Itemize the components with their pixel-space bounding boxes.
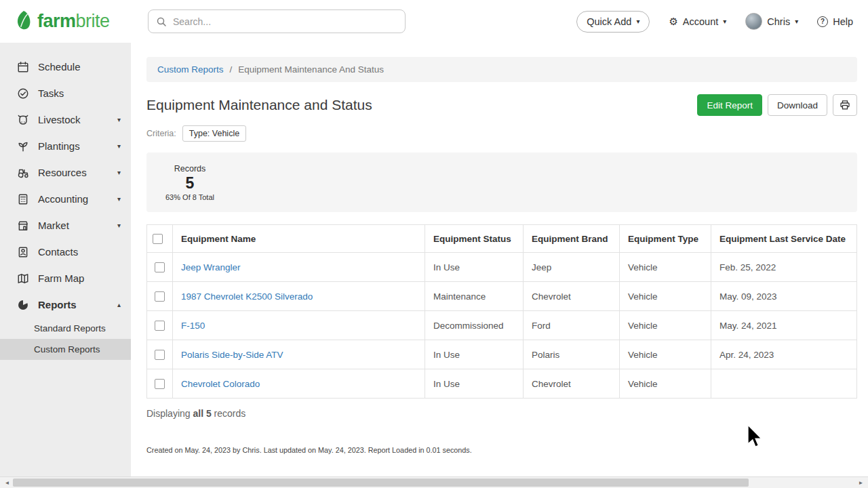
select-all-checkbox[interactable] xyxy=(153,234,163,244)
gear-icon: ⚙ xyxy=(669,16,677,26)
sidebar-item-market[interactable]: Market ▾ xyxy=(0,212,131,239)
equipment-last-service-cell: May. 24, 2021 xyxy=(711,311,857,340)
row-checkbox[interactable] xyxy=(155,350,165,360)
download-button[interactable]: Download xyxy=(768,94,827,116)
sidebar-item-label: Schedule xyxy=(38,61,121,73)
table-row: Chevrolet ColoradoIn UseChevroletVehicle xyxy=(147,369,857,399)
equipment-last-service-cell: May. 09, 2023 xyxy=(711,282,857,311)
criteria-chip[interactable]: Type: Vehicle xyxy=(182,125,246,142)
breadcrumb-separator: / xyxy=(230,64,233,75)
logo-text: farmbrite xyxy=(37,12,110,30)
column-header-equipment-type: Equipment Type xyxy=(620,225,711,253)
equipment-name-link[interactable]: Jeep Wrangler xyxy=(181,262,241,272)
stats-panel: Records 5 63% Of 8 Total xyxy=(146,152,857,212)
equipment-status-cell: In Use xyxy=(425,340,524,369)
sidebar-item-label: Plantings xyxy=(38,140,108,152)
equipment-name-link[interactable]: Polaris Side-by-Side ATV xyxy=(181,350,283,360)
avatar xyxy=(745,13,762,30)
sidebar-item-accounting[interactable]: Accounting ▾ xyxy=(0,186,131,212)
sidebar: Schedule Tasks Livestock ▾ Plantings ▾ R… xyxy=(0,43,131,476)
account-menu[interactable]: ⚙ Account ▾ xyxy=(669,16,726,27)
equipment-brand-cell: Chevrolet xyxy=(524,282,620,311)
records-percent: 63% Of 8 Total xyxy=(165,193,214,201)
equipment-name-cell: 1987 Chevrolet K2500 Silverado xyxy=(173,282,425,311)
column-header-last-service-date: Equipment Last Service Date xyxy=(711,225,857,253)
summary-prefix: Displaying xyxy=(146,408,193,419)
sidebar-item-resources[interactable]: Resources ▾ xyxy=(0,159,131,186)
sidebar-item-reports[interactable]: Reports ▴ xyxy=(0,291,131,318)
sidebar-subitem-label: Custom Reports xyxy=(34,344,100,354)
equipment-brand-cell: Ford xyxy=(524,311,620,340)
sidebar-item-farm-map[interactable]: Farm Map xyxy=(0,265,131,291)
row-checkbox[interactable] xyxy=(155,379,165,389)
search-input[interactable] xyxy=(148,9,406,33)
sidebar-item-label: Resources xyxy=(38,167,108,178)
scrollbar-thumb[interactable] xyxy=(13,479,749,487)
scroll-left-arrow-icon[interactable]: ◄ xyxy=(1,477,13,488)
equipment-type-cell: Vehicle xyxy=(620,369,711,399)
equipment-last-service-cell xyxy=(711,369,857,399)
farmbrite-logo[interactable]: farmbrite xyxy=(0,9,131,34)
print-button[interactable] xyxy=(833,94,857,116)
equipment-last-service-cell: Apr. 24, 2023 xyxy=(711,340,857,369)
equipment-name-cell: Polaris Side-by-Side ATV xyxy=(173,340,425,369)
equipment-type-cell: Vehicle xyxy=(620,340,711,369)
search-box xyxy=(148,9,406,33)
quick-add-label: Quick Add xyxy=(587,16,631,27)
user-menu[interactable]: Chris ▾ xyxy=(745,13,798,30)
breadcrumb-parent-link[interactable]: Custom Reports xyxy=(157,64,224,75)
chevron-down-icon: ▾ xyxy=(117,169,121,176)
edit-report-button[interactable]: Edit Report xyxy=(697,94,762,116)
row-checkbox[interactable] xyxy=(155,262,165,272)
horizontal-scrollbar[interactable]: ◄ ► xyxy=(0,476,868,488)
chevron-down-icon: ▾ xyxy=(636,18,639,25)
report-table: Equipment Name Equipment Status Equipmen… xyxy=(146,224,857,399)
chevron-down-icon: ▾ xyxy=(117,142,121,150)
sidebar-item-label: Reports xyxy=(38,299,108,310)
account-label: Account xyxy=(683,16,718,27)
cow-icon xyxy=(17,114,29,126)
summary-suffix: records xyxy=(212,408,246,419)
help-menu[interactable]: ? Help xyxy=(817,16,853,27)
equipment-status-cell: In Use xyxy=(425,369,524,399)
sidebar-item-custom-reports[interactable]: Custom Reports xyxy=(0,339,131,360)
equipment-name-link[interactable]: Chevrolet Colorado xyxy=(181,379,260,389)
sidebar-item-tasks[interactable]: Tasks xyxy=(0,80,131,106)
records-count: 5 xyxy=(186,174,195,192)
table-header: Equipment Name Equipment Status Equipmen… xyxy=(147,225,857,253)
criteria-row: Criteria: Type: Vehicle xyxy=(146,125,857,142)
sidebar-item-schedule[interactable]: Schedule xyxy=(0,54,131,80)
row-checkbox[interactable] xyxy=(155,291,165,302)
table-row: Polaris Side-by-Side ATVIn UsePolarisVeh… xyxy=(147,340,857,369)
equipment-brand-cell: Polaris xyxy=(524,340,620,369)
sidebar-item-contacts[interactable]: Contacts xyxy=(0,239,131,265)
sidebar-item-livestock[interactable]: Livestock ▾ xyxy=(0,106,131,133)
equipment-name-link[interactable]: F-150 xyxy=(181,321,205,331)
breadcrumb-current: Equipment Maintenance And Status xyxy=(238,64,384,75)
records-stat: Records 5 63% Of 8 Total xyxy=(165,164,214,201)
pie-chart-icon xyxy=(17,299,29,311)
equipment-name-cell: F-150 xyxy=(173,311,425,340)
sidebar-item-label: Livestock xyxy=(38,114,108,125)
chevron-up-icon: ▴ xyxy=(117,301,121,308)
row-checkbox[interactable] xyxy=(155,321,165,331)
scroll-right-arrow-icon[interactable]: ► xyxy=(855,477,867,488)
equipment-name-cell: Jeep Wrangler xyxy=(173,253,425,282)
check-circle-icon xyxy=(17,87,29,100)
column-header-equipment-brand: Equipment Brand xyxy=(524,225,620,253)
equipment-brand-cell: Chevrolet xyxy=(524,369,620,399)
equipment-name-link[interactable]: 1987 Chevrolet K2500 Silverado xyxy=(181,291,313,302)
criteria-label: Criteria: xyxy=(146,129,176,138)
quick-add-button[interactable]: Quick Add ▾ xyxy=(576,11,650,33)
sidebar-item-plantings[interactable]: Plantings ▾ xyxy=(0,133,131,159)
equipment-status-cell: Decommissioned xyxy=(425,311,524,340)
column-header-equipment-status: Equipment Status xyxy=(425,225,524,253)
help-label: Help xyxy=(833,16,853,27)
table-row: 1987 Chevrolet K2500 SilveradoMaintenanc… xyxy=(147,282,857,311)
equipment-type-cell: Vehicle xyxy=(620,282,711,311)
sidebar-item-standard-reports[interactable]: Standard Reports xyxy=(0,318,131,339)
main-content: Custom Reports / Equipment Maintenance A… xyxy=(131,43,868,476)
calculator-icon xyxy=(17,193,29,205)
title-row: Equipment Maintenance and Status Edit Re… xyxy=(146,94,857,116)
calendar-icon xyxy=(17,61,29,73)
